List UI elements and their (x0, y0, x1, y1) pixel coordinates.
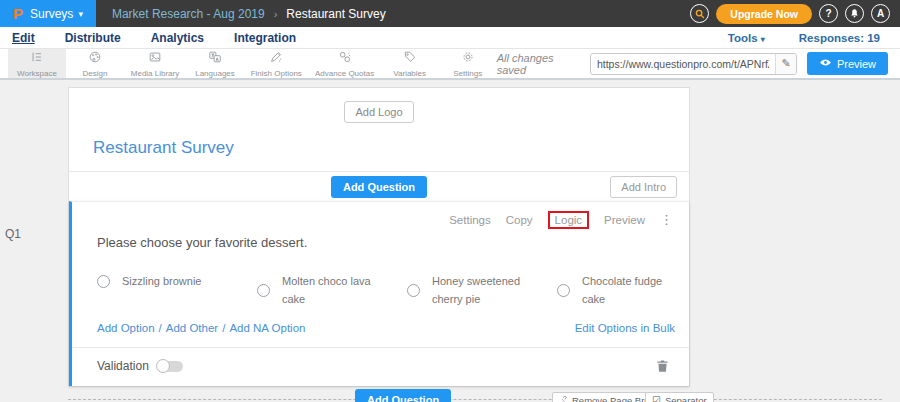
radio-icon[interactable] (407, 284, 420, 297)
separator-label: Separator (665, 395, 707, 402)
tab-distribute[interactable]: Distribute (65, 31, 121, 45)
main-nav: Edit Distribute Analytics Integration To… (0, 27, 900, 49)
edit-url-button[interactable]: ✎ (775, 53, 795, 75)
add-logo-button[interactable]: Add Logo (344, 101, 413, 123)
topbar-actions: Upgrade Now ? A (690, 4, 900, 24)
notifications-button[interactable] (845, 4, 864, 23)
tag-icon (403, 50, 417, 68)
palette-icon (88, 50, 102, 68)
workspace-area: Q1 Add Logo Restaurant Survey Add Questi… (0, 80, 900, 400)
toolbar-item-label: Workspace (17, 69, 57, 78)
question-options: Sizzling brownie Molten choco lava cake … (72, 250, 689, 308)
toolbar-right: All changes saved ✎ Preview (497, 49, 900, 78)
survey-url-input[interactable] (591, 58, 776, 70)
radio-icon[interactable] (257, 284, 270, 297)
chevron-down-icon: ▾ (761, 35, 765, 44)
question-id-label: Q1 (5, 227, 21, 241)
toolbar-item-label: Finish Options (251, 69, 302, 78)
account-button[interactable]: A (871, 4, 890, 23)
tools-label: Tools (728, 32, 758, 44)
option-label[interactable]: Molten choco lava cake (282, 272, 378, 308)
page-break-line (68, 399, 882, 400)
add-other-link[interactable]: Add Other (166, 322, 218, 334)
option-sizzling-brownie[interactable]: Sizzling brownie (97, 272, 257, 290)
translate-icon (208, 50, 222, 68)
add-na-option-link[interactable]: Add NA Option (229, 322, 305, 334)
question-mark-icon: ? (825, 8, 831, 19)
question-text[interactable]: Please choose your favorite dessert. (97, 235, 689, 250)
tab-analytics[interactable]: Analytics (151, 31, 204, 45)
responses-count[interactable]: Responses: 19 (799, 32, 880, 44)
bell-icon (849, 8, 860, 19)
validation-label: Validation (97, 359, 149, 373)
toolbar-item-variables[interactable]: Variables (381, 49, 439, 78)
option-label[interactable]: Sizzling brownie (122, 272, 201, 290)
validation-toggle[interactable] (157, 361, 183, 372)
add-intro-button[interactable]: Add Intro (610, 176, 677, 198)
tools-menu[interactable]: Tools ▾ (728, 32, 765, 44)
quota-links-icon (338, 50, 352, 68)
top-bar: P Surveys ▾ Market Research - Aug 2019 ›… (0, 0, 900, 27)
question-logic-link-highlighted[interactable]: Logic (548, 211, 590, 229)
toolbar-item-finish-options[interactable]: Finish Options (244, 49, 309, 78)
gear-icon (461, 50, 475, 68)
search-button[interactable] (690, 4, 709, 23)
broken-link-icon (559, 396, 568, 402)
survey-title[interactable]: Restaurant Survey (93, 138, 689, 158)
option-links-row: Add Option / Add Other / Add NA Option E… (72, 308, 689, 347)
option-honey-sweetened-cherry-pie[interactable]: Honey sweetened cherry pie (407, 272, 557, 308)
toolbar-item-design[interactable]: Design (66, 49, 124, 78)
survey-url-field: ✎ (590, 53, 797, 75)
radio-icon[interactable] (97, 275, 110, 288)
toolbar-item-label: Variables (393, 69, 426, 78)
question-actions: Settings Copy Logic Preview ⋮ (72, 202, 689, 226)
kebab-menu-icon[interactable]: ⋮ (660, 213, 673, 226)
trash-icon (656, 359, 669, 376)
toolbar-item-label: Design (83, 69, 108, 78)
tab-edit[interactable]: Edit (12, 31, 35, 45)
option-molten-choco-lava-cake[interactable]: Molten choco lava cake (257, 272, 407, 308)
option-chocolate-fudge-cake[interactable]: Chocolate fudge cake (557, 272, 689, 308)
delete-question-button[interactable] (656, 359, 669, 373)
radio-icon[interactable] (557, 284, 570, 297)
pen-icon (269, 50, 283, 68)
workspace-icon (30, 50, 44, 68)
question-settings-link[interactable]: Settings (449, 214, 491, 226)
breadcrumb-separator: › (274, 8, 278, 20)
add-question-button-bottom[interactable]: Add Question (355, 389, 451, 402)
toolbar-item-media-library[interactable]: Media Library (124, 49, 186, 78)
toolbar-item-label: Advance Quotas (315, 69, 374, 78)
image-icon (148, 50, 162, 68)
edit-options-in-bulk-link[interactable]: Edit Options in Bulk (575, 322, 675, 334)
toolbar-item-label: Languages (195, 69, 235, 78)
option-label[interactable]: Honey sweetened cherry pie (432, 272, 528, 308)
checked-checkbox-icon: ☑ (652, 396, 661, 402)
toggle-knob (156, 359, 170, 373)
separator-checkbox[interactable]: ☑ Separator (645, 392, 714, 402)
survey-header-section: Add Logo Restaurant Survey (69, 88, 689, 172)
help-button[interactable]: ? (819, 4, 838, 23)
preview-button[interactable]: Preview (807, 52, 888, 75)
product-menu-label: Surveys (30, 7, 73, 21)
toolbar-item-advance-quotas[interactable]: Advance Quotas (309, 49, 381, 78)
question-preview-link[interactable]: Preview (604, 214, 645, 226)
add-question-button[interactable]: Add Question (331, 176, 427, 198)
toolbar-item-settings[interactable]: Settings (439, 49, 497, 78)
question-block: Settings Copy Logic Preview ⋮ Please cho… (69, 201, 689, 386)
tab-integration[interactable]: Integration (234, 31, 296, 45)
toolbar-item-languages[interactable]: Languages (186, 49, 244, 78)
page-break-row: Add Question Remove Page Break ☑ Separat… (68, 386, 882, 402)
toolbar-item-workspace[interactable]: Workspace (8, 49, 66, 78)
product-menu[interactable]: P Surveys ▾ (0, 0, 96, 27)
toolbar-item-label: Settings (453, 69, 482, 78)
add-option-link[interactable]: Add Option (97, 322, 155, 334)
upgrade-now-button[interactable]: Upgrade Now (716, 4, 812, 24)
question-copy-link[interactable]: Copy (506, 214, 533, 226)
nav-right: Tools ▾ Responses: 19 (728, 32, 888, 44)
autosave-status: All changes saved (497, 52, 580, 76)
edit-toolbar: Workspace Design Media Library Languages… (0, 49, 900, 80)
link-separator: / (222, 322, 225, 334)
breadcrumb-parent[interactable]: Market Research - Aug 2019 (112, 7, 265, 21)
option-label[interactable]: Chocolate fudge cake (582, 272, 678, 308)
eye-icon (819, 56, 832, 71)
